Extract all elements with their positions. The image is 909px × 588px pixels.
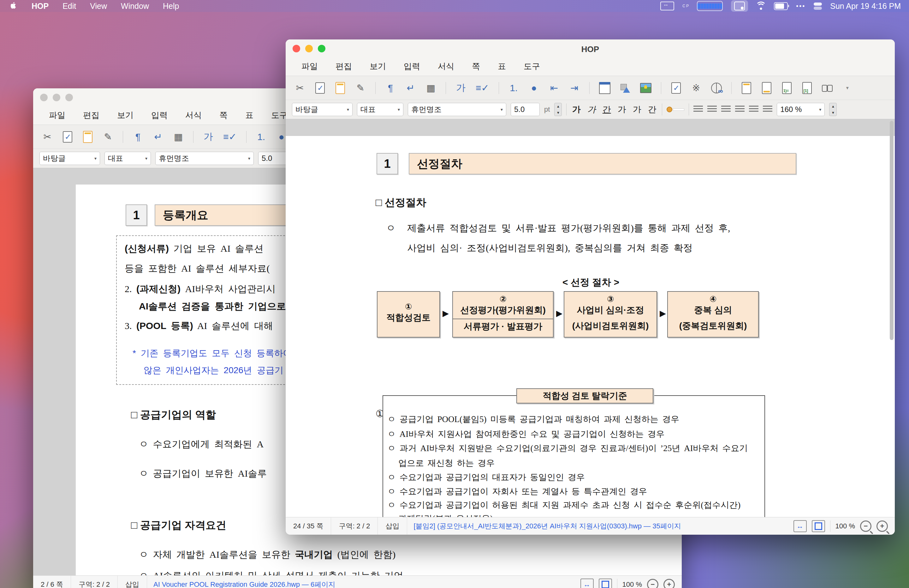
menubar-clock[interactable]: Sun Apr 19 4:16 PM	[830, 2, 901, 11]
fit-page-button[interactable]	[812, 520, 825, 532]
char-spacing-icon[interactable]: 가	[455, 82, 466, 94]
zoom-out-button[interactable]: −	[647, 579, 658, 588]
line-break-icon[interactable]: ↵	[405, 82, 416, 94]
spellcheck-icon[interactable]: ≡✓	[476, 82, 489, 94]
align-divide-button[interactable]	[763, 106, 772, 113]
align-left-button[interactable]	[694, 106, 703, 113]
preset-select[interactable]: 대표▾	[357, 103, 403, 116]
zoom-select[interactable]: 160 %▾	[777, 103, 825, 116]
copy-icon[interactable]	[62, 131, 73, 143]
apple-menu-icon[interactable]	[11, 1, 18, 11]
zoom-out-button[interactable]: −	[860, 520, 872, 532]
format-painter-icon[interactable]: ✎	[355, 82, 366, 94]
battery-charging-icon[interactable]	[774, 2, 788, 10]
menu-view[interactable]: 보기	[117, 110, 134, 121]
menu-table[interactable]: 표	[245, 110, 254, 121]
audio-waveform-meter-icon[interactable]	[697, 1, 723, 11]
fit-width-button[interactable]: ↔	[581, 578, 594, 588]
letter-spacing-button[interactable]: 간	[647, 104, 657, 115]
menubar-item-window[interactable]: Window	[121, 2, 149, 11]
paragraph-mark-icon[interactable]: ¶	[385, 82, 396, 94]
menubar-item-view[interactable]: View	[90, 2, 107, 11]
menu-format[interactable]: 서식	[438, 61, 454, 72]
more-menu-ellipsis-icon[interactable]: •••	[796, 1, 805, 11]
highlight-color-button[interactable]	[666, 107, 684, 112]
menu-tools[interactable]: 도구	[271, 110, 288, 121]
line-break-icon[interactable]: ↵	[153, 131, 163, 143]
footer-icon[interactable]	[761, 82, 772, 94]
align-center-button[interactable]	[707, 106, 717, 113]
proofread-icon[interactable]	[671, 82, 681, 94]
preset-select[interactable]: 대표▾	[105, 152, 151, 165]
font-select[interactable]: 휴먼명조▾	[408, 103, 506, 116]
cut-icon[interactable]: ✂	[294, 82, 305, 94]
zoom-in-button[interactable]: +	[877, 520, 888, 532]
numbered-list-icon[interactable]: 1.	[508, 82, 519, 94]
find-binoculars-icon[interactable]	[822, 82, 833, 94]
strikethrough-button[interactable]: 가	[616, 104, 627, 115]
insert-image-icon[interactable]	[640, 82, 652, 94]
menu-table[interactable]: 표	[498, 61, 506, 72]
font-select[interactable]: 휴먼명조▾	[155, 152, 254, 165]
back-section-indicator[interactable]: 구역: 2 / 2	[71, 576, 118, 588]
align-right-button[interactable]	[721, 106, 731, 113]
menu-file[interactable]: 파일	[49, 110, 65, 121]
bullet-list-icon[interactable]: ●	[529, 82, 539, 94]
header-icon[interactable]	[741, 82, 752, 94]
menu-edit[interactable]: 편집	[335, 61, 352, 72]
format-painter-icon[interactable]: ✎	[103, 131, 113, 143]
bullet-list-icon[interactable]: ●	[276, 131, 287, 143]
menu-tools[interactable]: 도구	[524, 61, 540, 72]
char-spacing-icon[interactable]: 가	[203, 131, 214, 143]
insert-table-icon[interactable]	[599, 82, 610, 94]
font-size-field[interactable]: 5.0	[511, 103, 540, 116]
underline-button[interactable]: 간	[601, 104, 612, 115]
paragraph-numbering-icon[interactable]: 1)=	[781, 82, 792, 94]
style-select[interactable]: 바탕글▾	[292, 103, 353, 116]
fit-page-button[interactable]	[599, 578, 612, 588]
font-size-stepper[interactable]: ▲▼	[554, 103, 562, 116]
page-indicator[interactable]: 24 / 35 쪽	[286, 517, 331, 535]
close-button[interactable]	[40, 94, 48, 101]
section-indicator[interactable]: 구역: 2 / 2	[331, 517, 378, 535]
bold-button[interactable]: 가	[571, 104, 582, 115]
paste-icon[interactable]	[335, 82, 346, 94]
align-distribute-button[interactable]	[749, 106, 759, 113]
front-titlebar[interactable]: HOP	[286, 39, 895, 57]
insert-shapes-icon[interactable]	[620, 82, 631, 94]
menubar-app-name[interactable]: HOP	[32, 2, 49, 11]
menu-input[interactable]: 입력	[151, 110, 168, 121]
menu-page[interactable]: 쪽	[219, 110, 228, 121]
grid-icon[interactable]: ▦	[425, 82, 436, 94]
hyperlink-globe-icon[interactable]	[711, 82, 722, 94]
insert-mode[interactable]: 삽입	[378, 517, 407, 535]
copy-icon[interactable]	[315, 82, 325, 94]
control-center-icon[interactable]	[814, 1, 822, 11]
align-justify-button[interactable]	[735, 106, 744, 113]
menubar-item-help[interactable]: Help	[163, 2, 179, 11]
front-document-area[interactable]: 1 선정절차 □ 선정절차 ㅇ 제출서류 적합성검토 및 서류·발표 평가(평가…	[286, 119, 895, 518]
front-document-window[interactable]: HOP 파일 편집 보기 입력 서식 쪽 표 도구 ✂ ✎ ¶ ↵ ▦ 가 ≡✓…	[286, 39, 895, 535]
menu-file[interactable]: 파일	[301, 61, 318, 72]
display-arrangement-icon[interactable]	[660, 2, 674, 10]
numbered-list-icon[interactable]: 1.	[256, 131, 267, 143]
vertical-scrollbar[interactable]	[890, 121, 894, 340]
char-shadow-button[interactable]: 가	[632, 104, 642, 115]
minimize-button[interactable]	[53, 94, 60, 101]
indent-left-icon[interactable]: ⇤	[549, 82, 560, 94]
cut-icon[interactable]: ✂	[42, 131, 53, 143]
indent-right-icon[interactable]: ⇥	[569, 82, 580, 94]
menu-view[interactable]: 보기	[370, 61, 386, 72]
menu-edit[interactable]: 편집	[83, 110, 99, 121]
special-character-icon[interactable]: ※	[691, 82, 702, 94]
grid-icon[interactable]: ▦	[173, 131, 184, 143]
fit-width-button[interactable]: ↔	[794, 520, 807, 532]
zoom-level[interactable]: 100 %	[835, 522, 855, 530]
wifi-icon[interactable]	[756, 2, 766, 10]
italic-button[interactable]: 가	[586, 104, 597, 115]
zoom-in-button[interactable]: +	[663, 579, 675, 588]
paste-icon[interactable]	[82, 131, 93, 143]
toolbar-overflow-icon[interactable]: ▾	[842, 82, 853, 94]
zoom-stepper[interactable]: ▲▼	[829, 103, 837, 116]
back-insert-mode[interactable]: 삽입	[118, 576, 147, 588]
